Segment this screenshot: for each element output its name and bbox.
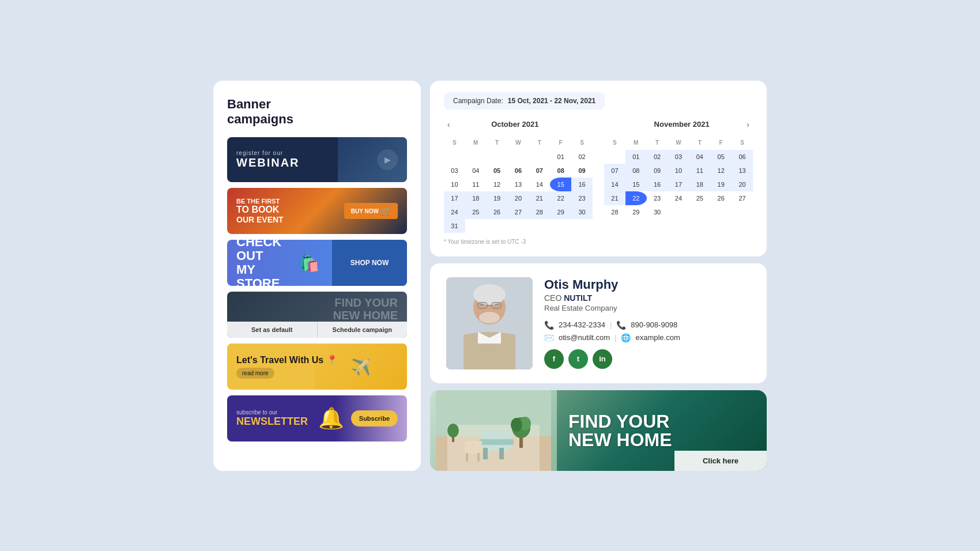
profile-company: Real Estate Company (544, 304, 751, 312)
cal-week: 14 15 16 17 18 19 20 (604, 178, 753, 191)
svg-point-2 (473, 284, 506, 305)
banner-buynow[interactable]: BE THE FIRST TO BOOK OUR EVENT BUY NOW 🛒 (227, 188, 407, 234)
next-month-button[interactable]: › (743, 119, 753, 130)
range-end-nov22[interactable]: 22 (625, 191, 647, 205)
svg-point-22 (511, 418, 522, 432)
buynow-text: BE THE FIRST TO BOOK OUR EVENT (236, 198, 337, 224)
panel-title: Banner campaigns (227, 97, 407, 127)
cal-week: 24 25 26 27 28 29 30 (444, 205, 593, 219)
left-panel: Banner campaigns register for our WEBINA… (213, 81, 421, 471)
calendar-card: Campaign Date: 15 Oct, 2021 - 22 Nov, 20… (430, 81, 767, 256)
cal-week: 17 18 19 20 21 22 23 (444, 191, 593, 205)
contact-phones: 📞 234-432-2334 | 📞 890-908-9098 (544, 320, 751, 330)
main-container: Banner campaigns register for our WEBINA… (213, 81, 767, 471)
prev-month-button[interactable]: ‹ (444, 119, 454, 130)
checkout-product-image: 🛍️ (286, 240, 332, 286)
contact-online: ✉️ otis@nutilt.com | 🌐 example.com (544, 333, 751, 342)
profile-card: Otis Murphy CEO NUTILT Real Estate Compa… (430, 263, 767, 383)
social-icons: f t in (544, 349, 751, 369)
october-header: ‹ October 2021 (444, 119, 593, 130)
globe-icon: 🌐 (621, 333, 631, 342)
cal-week: 07 08 09 10 11 12 13 (604, 164, 753, 178)
home-banner-text-area: FIND YOUR NEW HOME (557, 403, 767, 458)
phone-icon-1: 📞 (544, 320, 554, 330)
bell-icon: 🔔 (318, 406, 344, 431)
click-here-button[interactable]: Click here (674, 451, 767, 471)
cal-week: 0304 05 06 07 08 09 (444, 164, 593, 178)
november-grid: SMTWTFS 01 02 03 04 05 06 (604, 136, 753, 219)
home-banner-image (430, 390, 557, 471)
schedule-campaign-button[interactable]: Schedule campaign (318, 322, 408, 338)
svg-point-5 (479, 312, 500, 323)
travel-text: Let's Travel With Us 📍 (236, 354, 398, 365)
campaign-date-bar: Campaign Date: 15 Oct, 2021 - 22 Nov, 20… (444, 92, 605, 110)
cal-week: 21 22 23 24 25 26 27 (604, 191, 753, 205)
cart-icon: 🛒 (381, 206, 391, 216)
profile-name: Otis Murphy (544, 277, 751, 292)
banner-checkout[interactable]: CHECK OUT MY STORE 🛍️ SHOP NOW (227, 240, 407, 286)
banner-newsletter[interactable]: subscribe to our NEWSLETTER 🔔 Subscribe (227, 395, 407, 441)
svg-rect-3 (480, 304, 484, 305)
calendars-row: ‹ October 2021 SMTWTFS (444, 119, 753, 233)
twitter-button[interactable]: t (568, 349, 588, 369)
svg-rect-15 (499, 448, 504, 459)
svg-rect-16 (465, 441, 482, 454)
email-icon: ✉️ (544, 333, 554, 342)
cal-week: 1011121314 15 16 (444, 178, 593, 191)
profile-photo (446, 277, 533, 369)
banner-webinar[interactable]: register for our WEBINAR ▶ (227, 137, 407, 182)
banner-travel[interactable]: Let's Travel With Us 📍 read more ✈️ (227, 344, 407, 390)
svg-rect-4 (495, 304, 499, 305)
svg-rect-18 (477, 453, 480, 462)
october-calendar: ‹ October 2021 SMTWTFS (444, 119, 593, 233)
cal-week: 0102 (444, 150, 593, 164)
svg-rect-13 (479, 439, 514, 445)
read-more-button[interactable]: read more (236, 368, 274, 379)
subscribe-button[interactable]: Subscribe (351, 410, 398, 427)
home-banner-large: FIND YOUR NEW HOME Click here (430, 390, 767, 471)
facebook-button[interactable]: f (544, 349, 564, 369)
home-action-buttons: Set as default Schedule campaign (227, 322, 407, 338)
october-grid: SMTWTFS 0102 0304 05 06 (444, 136, 593, 233)
profile-info: Otis Murphy CEO NUTILT Real Estate Compa… (544, 277, 751, 369)
phone-icon-2: 📞 (616, 320, 626, 330)
home-bg-text: FIND YOUR NEW HOME (333, 296, 398, 322)
set-default-button[interactable]: Set as default (227, 322, 318, 338)
person-svg (446, 277, 533, 369)
cal-week: 01 02 03 04 05 06 (604, 150, 753, 164)
checkout-text: CHECK OUT MY STORE (236, 240, 281, 286)
cal-week: 28 29 30 (604, 205, 753, 219)
home-banner-inner: FIND YOUR NEW HOME Click here (430, 390, 767, 471)
shop-now-button[interactable]: SHOP NOW (332, 240, 407, 286)
svg-rect-14 (483, 448, 488, 459)
november-calendar: November 2021 › SMTWTFS 01 (604, 119, 753, 233)
linkedin-button[interactable]: in (593, 349, 612, 369)
buy-now-button[interactable]: BUY NOW 🛒 (344, 203, 398, 219)
right-panel: Campaign Date: 15 Oct, 2021 - 22 Nov, 20… (430, 81, 767, 471)
november-header: November 2021 › (604, 119, 753, 130)
svg-rect-17 (466, 453, 468, 462)
profile-title: CEO NUTILT (544, 293, 751, 303)
webinar-image (338, 137, 407, 182)
banner-home[interactable]: FIND YOUR NEW HOME Set as default Schedu… (227, 292, 407, 338)
home-banner-title: FIND YOUR NEW HOME (568, 412, 755, 449)
banner-list: register for our WEBINAR ▶ BE THE FIRST … (227, 137, 407, 441)
svg-point-24 (447, 424, 459, 437)
newsletter-text: subscribe to our NEWSLETTER (236, 409, 314, 428)
timezone-note: * Your timezone is set to UTC -3 (444, 239, 753, 245)
cal-week: 31 (444, 219, 593, 233)
range-start-oct15[interactable]: 15 (550, 178, 571, 191)
